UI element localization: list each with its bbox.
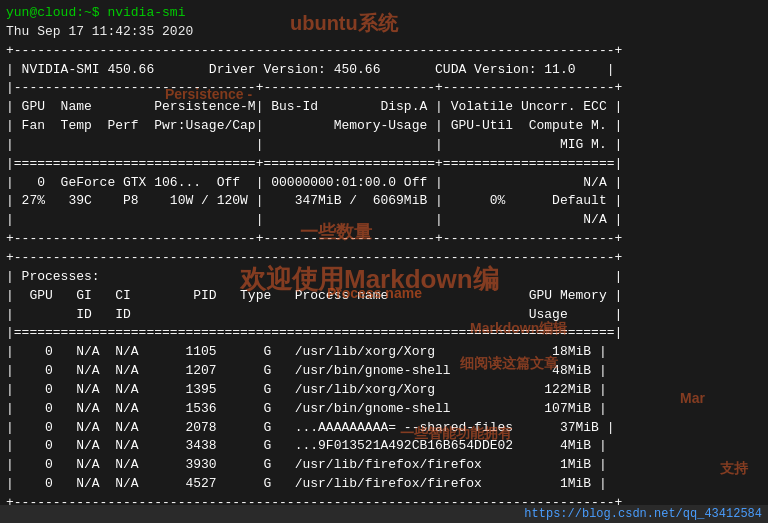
date-line: Thu Sep 17 11:42:35 2020 [6,23,762,42]
sep4: +---------------------------------------… [6,249,762,268]
cmd-line: yun@cloud:~$ nvidia-smi [6,4,762,23]
header4: | | | MIG M. | [6,136,762,155]
proc5: | 0 N/A N/A 2078 G ...AAAAAAAAA= --share… [6,419,762,438]
proc7: | 0 N/A N/A 3930 G /usr/lib/firefox/fire… [6,456,762,475]
proc8: | 0 N/A N/A 4527 G /usr/lib/firefox/fire… [6,475,762,494]
sep3: +-------------------------------+-------… [6,230,762,249]
proc1: | 0 N/A N/A 1105 G /usr/lib/xorg/Xorg 18… [6,343,762,362]
proc4: | 0 N/A N/A 1536 G /usr/bin/gnome-shell … [6,400,762,419]
bottom-url[interactable]: https://blog.csdn.net/qq_43412584 [524,507,762,521]
sep1: +---------------------------------------… [6,42,762,61]
sep5: |=======================================… [6,324,762,343]
header3: | Fan Temp Perf Pwr:Usage/Cap| Memory-Us… [6,117,762,136]
proc-header: | Processes: | [6,268,762,287]
proc-col1: | GPU GI CI PID Type Process name GPU Me… [6,287,762,306]
proc2: | 0 N/A N/A 1207 G /usr/bin/gnome-shell … [6,362,762,381]
header2: | GPU Name Persistence-M| Bus-Id Disp.A … [6,98,762,117]
gpu0-line1: | 0 GeForce GTX 106... Off | 00000000:01… [6,174,762,193]
proc6: | 0 N/A N/A 3438 G ...9F013521A492CB16B6… [6,437,762,456]
version-line: | NVIDIA-SMI 450.66 Driver Version: 450.… [6,61,762,80]
gpu0-line3: | | | N/A | [6,211,762,230]
header1: |-------------------------------+-------… [6,79,762,98]
proc3: | 0 N/A N/A 1395 G /usr/lib/xorg/Xorg 12… [6,381,762,400]
terminal: yun@cloud:~$ nvidia-smiThu Sep 17 11:42:… [0,0,768,523]
gpu0-line2: | 27% 39C P8 10W / 120W | 347MiB / 6069M… [6,192,762,211]
sep2: |===============================+=======… [6,155,762,174]
proc-col2: | ID ID Usage | [6,306,762,325]
bottom-bar: https://blog.csdn.net/qq_43412584 [0,505,768,523]
terminal-output: yun@cloud:~$ nvidia-smiThu Sep 17 11:42:… [6,4,762,523]
